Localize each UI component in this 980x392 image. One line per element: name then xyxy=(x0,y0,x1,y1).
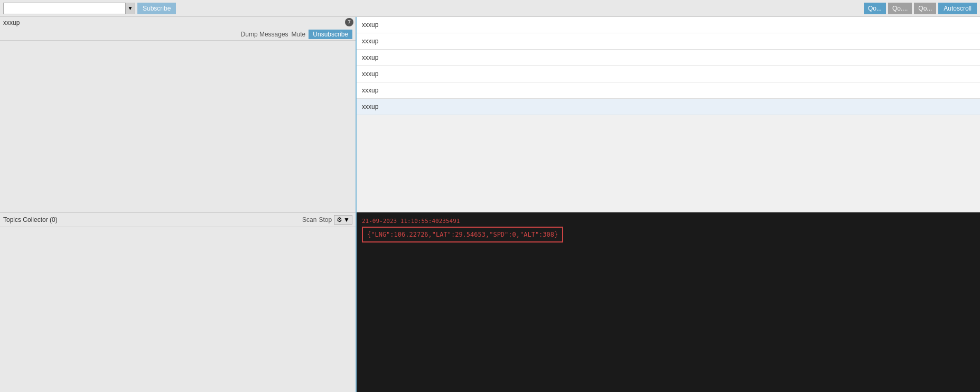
message-topic: xxxup xyxy=(362,103,378,110)
message-json: {"LNG":106.22726,"LAT":29.54653,"SPD":0,… xyxy=(367,231,558,238)
message-topic: xxxup xyxy=(362,54,378,61)
right-panel: xxxupxxxupxxxupxxxupxxxupxxxup 21-09-202… xyxy=(357,17,980,392)
subscription-header: xxxup 7 xyxy=(0,17,356,29)
main-content: xxxup 7 Dump Messages Mute Unsubscribe T… xyxy=(0,17,980,392)
top-bar-right: Qo... Qo.... Qo... Autoscroll xyxy=(864,3,977,14)
topic-input-wrapper: xxxup ▼ xyxy=(3,3,135,14)
unsubscribe-button[interactable]: Unsubscribe xyxy=(309,30,352,39)
message-detail: 21-09-2023 11:10:55:40235491 {"LNG":106.… xyxy=(357,212,980,392)
message-timestamp: 21-09-2023 11:10:55:40235491 xyxy=(362,218,975,225)
message-row[interactable]: xxxup xyxy=(357,66,980,82)
left-panel: xxxup 7 Dump Messages Mute Unsubscribe T… xyxy=(0,17,357,392)
message-topic: xxxup xyxy=(362,70,378,78)
qo-button-2[interactable]: Qo.... xyxy=(888,3,912,14)
dump-messages-button[interactable]: Dump Messages xyxy=(241,31,288,38)
subscription-toolbar: Dump Messages Mute Unsubscribe xyxy=(0,29,356,41)
subscribe-button[interactable]: Subscribe xyxy=(137,3,176,14)
message-topic: xxxup xyxy=(362,38,378,45)
topic-dropdown-arrow[interactable]: ▼ xyxy=(125,3,135,14)
message-row[interactable]: xxxup xyxy=(357,99,980,115)
message-row[interactable]: xxxup xyxy=(357,33,980,50)
qo-button-3[interactable]: Qo... xyxy=(914,3,936,14)
topics-collector: Topics Collector (0) Scan Stop ⚙ ▼ xyxy=(0,212,356,392)
message-row[interactable]: xxxup xyxy=(357,50,980,66)
topic-input[interactable]: xxxup xyxy=(4,3,125,14)
autoscroll-button[interactable]: Autoscroll xyxy=(938,3,977,14)
message-row[interactable]: xxxup xyxy=(357,17,980,33)
subscription-area: xxxup 7 Dump Messages Mute Unsubscribe xyxy=(0,17,356,212)
topics-collector-header: Topics Collector (0) Scan Stop ⚙ ▼ xyxy=(0,213,356,227)
qo-button-1[interactable]: Qo... xyxy=(864,3,886,14)
message-detail-content: 21-09-2023 11:10:55:40235491 {"LNG":106.… xyxy=(357,212,980,378)
top-bar: xxxup ▼ Subscribe Qo... Qo.... Qo... Aut… xyxy=(0,0,980,17)
subscription-badge: 7 xyxy=(345,18,353,26)
message-row[interactable]: xxxup xyxy=(357,82,980,99)
message-json-box: {"LNG":106.22726,"LAT":29.54653,"SPD":0,… xyxy=(362,227,563,242)
stop-button[interactable]: Stop xyxy=(319,216,332,223)
message-topic: xxxup xyxy=(362,87,378,94)
settings-button[interactable]: ⚙ ▼ xyxy=(334,215,352,225)
subscription-label: xxxup xyxy=(3,19,20,26)
subscription-content xyxy=(0,41,356,212)
settings-icon: ⚙ xyxy=(337,216,342,223)
scan-button[interactable]: Scan xyxy=(302,216,316,223)
message-list[interactable]: xxxupxxxupxxxupxxxupxxxupxxxup xyxy=(357,17,980,212)
settings-dropdown-icon: ▼ xyxy=(343,216,350,223)
topics-collector-label: Topics Collector (0) xyxy=(3,216,302,223)
message-topic: xxxup xyxy=(362,21,378,29)
mute-button[interactable]: Mute xyxy=(292,31,306,38)
topics-collector-content xyxy=(0,227,356,392)
